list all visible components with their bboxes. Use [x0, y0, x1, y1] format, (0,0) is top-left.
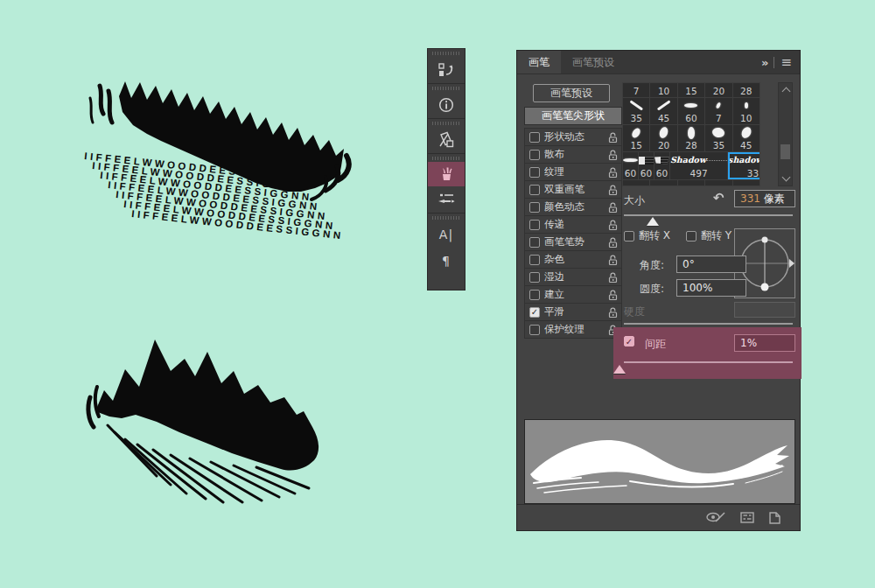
- option-checkbox[interactable]: [529, 237, 540, 248]
- brush-preset-cell[interactable]: [733, 180, 760, 186]
- brush-preset-cell[interactable]: 10: [650, 83, 676, 97]
- brush-option-row[interactable]: 湿边: [525, 268, 621, 285]
- lock-icon[interactable]: [608, 272, 618, 283]
- lock-icon[interactable]: [608, 307, 618, 318]
- brush-preset-cell[interactable]: Shadow497: [670, 152, 727, 179]
- flip-x-checkbox[interactable]: [624, 231, 634, 242]
- drag-grip[interactable]: [432, 157, 460, 160]
- option-checkbox[interactable]: [529, 202, 540, 213]
- collapse-panel-icon[interactable]: »: [761, 56, 767, 69]
- spacing-slider-track[interactable]: [624, 361, 793, 363]
- tab-画笔预设[interactable]: 画笔预设: [561, 51, 626, 74]
- brush-preset-cell[interactable]: 35: [623, 98, 649, 124]
- spacing-slider-thumb[interactable]: [613, 365, 626, 374]
- option-checkbox[interactable]: ✓: [529, 307, 540, 318]
- brush-preset-cell[interactable]: 45: [650, 98, 676, 124]
- brush-preset-cell[interactable]: 20: [705, 83, 732, 97]
- spacing-checkbox[interactable]: ✓: [624, 336, 634, 346]
- scroll-up-icon[interactable]: [782, 87, 789, 94]
- dock-button-info[interactable]: [428, 92, 465, 118]
- option-checkbox[interactable]: [529, 220, 540, 230]
- option-checkbox[interactable]: [529, 255, 540, 265]
- option-checkbox[interactable]: [529, 150, 540, 160]
- brush-tip-shape-item[interactable]: 画笔笔尖形状: [524, 107, 622, 125]
- drag-grip[interactable]: [432, 87, 460, 90]
- brush-preset-cell[interactable]: [705, 180, 732, 186]
- dock-button-character[interactable]: A|: [428, 221, 465, 248]
- grid-scrollbar[interactable]: [778, 82, 793, 186]
- lock-icon[interactable]: [608, 237, 618, 248]
- drag-grip[interactable]: [432, 52, 460, 55]
- brush-preset-cell[interactable]: 60: [623, 152, 638, 179]
- brush-presets-button[interactable]: 画笔预设: [533, 84, 610, 102]
- brush-option-row[interactable]: 形状动态: [525, 128, 621, 145]
- brush-preset-cell-selected[interactable]: shadow331: [728, 152, 760, 179]
- brush-preset-cell[interactable]: 15: [678, 83, 704, 97]
- brush-preset-cell[interactable]: [623, 180, 649, 186]
- size-slider-thumb[interactable]: [647, 217, 659, 226]
- flip-y-checkbox[interactable]: [686, 231, 696, 242]
- lock-icon[interactable]: [608, 185, 618, 195]
- drag-grip[interactable]: [432, 216, 460, 220]
- dock-button-history[interactable]: [428, 57, 465, 83]
- size-slider-track[interactable]: [624, 214, 793, 216]
- brush-preset-cell[interactable]: 28: [733, 83, 760, 97]
- brush-option-row[interactable]: 建立: [525, 285, 621, 303]
- brush-option-row[interactable]: 纹理: [525, 163, 621, 180]
- preview-toggle-eye-icon[interactable]: [705, 511, 726, 524]
- dock-button-paragraph[interactable]: ¶: [428, 248, 465, 274]
- brush-option-row[interactable]: 传递: [525, 215, 621, 233]
- roundness-field[interactable]: 100%: [676, 279, 746, 297]
- brush-option-row[interactable]: 散布: [525, 145, 621, 163]
- brush-preset-cell[interactable]: 7: [623, 83, 649, 97]
- option-checkbox[interactable]: [529, 185, 540, 195]
- brush-preset-cell[interactable]: 60: [654, 152, 669, 179]
- brush-option-row[interactable]: 画笔笔势: [525, 233, 621, 250]
- brush-thumb-icon: [656, 104, 671, 107]
- brush-preset-cell[interactable]: 15: [623, 125, 649, 151]
- option-checkbox[interactable]: [529, 167, 540, 178]
- option-checkbox[interactable]: [529, 290, 540, 300]
- spacing-field[interactable]: 1%: [734, 334, 795, 352]
- brush-option-row[interactable]: 双重画笔: [525, 180, 621, 198]
- brush-preset-cell[interactable]: 28: [678, 125, 704, 151]
- brush-preset-cell[interactable]: 60: [639, 152, 654, 179]
- dock-button-clone-source[interactable]: [428, 127, 465, 153]
- lock-icon[interactable]: [608, 202, 618, 213]
- reset-size-icon[interactable]: ↷: [713, 190, 724, 206]
- lock-icon[interactable]: [608, 132, 618, 143]
- lock-icon[interactable]: [608, 150, 618, 160]
- scrollbar-thumb[interactable]: [780, 144, 790, 159]
- option-checkbox[interactable]: [529, 325, 540, 335]
- lock-icon[interactable]: [608, 290, 618, 300]
- brush-thumb-icon: [712, 128, 724, 137]
- brush-preset-cell[interactable]: 10: [733, 98, 760, 124]
- lock-icon[interactable]: [608, 220, 618, 230]
- brush-option-row[interactable]: 杂色: [525, 250, 621, 268]
- brush-preset-cell[interactable]: 35: [705, 125, 732, 151]
- dock-button-brush-presets[interactable]: [428, 186, 465, 213]
- brush-preset-cell[interactable]: [650, 180, 676, 186]
- lock-icon[interactable]: [608, 167, 618, 178]
- size-field[interactable]: 331 像素: [734, 190, 795, 207]
- new-brush-icon[interactable]: [768, 512, 780, 524]
- open-presets-icon[interactable]: [740, 512, 754, 523]
- brush-preset-cell[interactable]: 20: [650, 125, 676, 151]
- tab-画笔[interactable]: 画笔: [517, 51, 561, 74]
- scroll-down-icon[interactable]: [782, 175, 789, 182]
- option-checkbox[interactable]: [529, 132, 540, 143]
- brush-option-row[interactable]: 保护纹理: [525, 320, 621, 338]
- brush-option-row[interactable]: ✓平滑: [525, 303, 621, 320]
- brush-option-row[interactable]: 颜色动态: [525, 198, 621, 215]
- brush-preset-cell[interactable]: 45: [733, 125, 760, 151]
- angle-field[interactable]: 0°: [676, 256, 746, 273]
- brush-preset-cell[interactable]: 60: [678, 98, 704, 124]
- panel-menu-icon[interactable]: ≡: [780, 54, 792, 70]
- brush-preset-cell[interactable]: [678, 180, 704, 186]
- brush-preset-cell[interactable]: 7: [705, 98, 732, 124]
- history-icon: [438, 63, 454, 77]
- option-checkbox[interactable]: [529, 272, 540, 283]
- drag-grip[interactable]: [432, 122, 460, 125]
- dock-button-brush[interactable]: [428, 162, 465, 186]
- lock-icon[interactable]: [608, 255, 618, 265]
